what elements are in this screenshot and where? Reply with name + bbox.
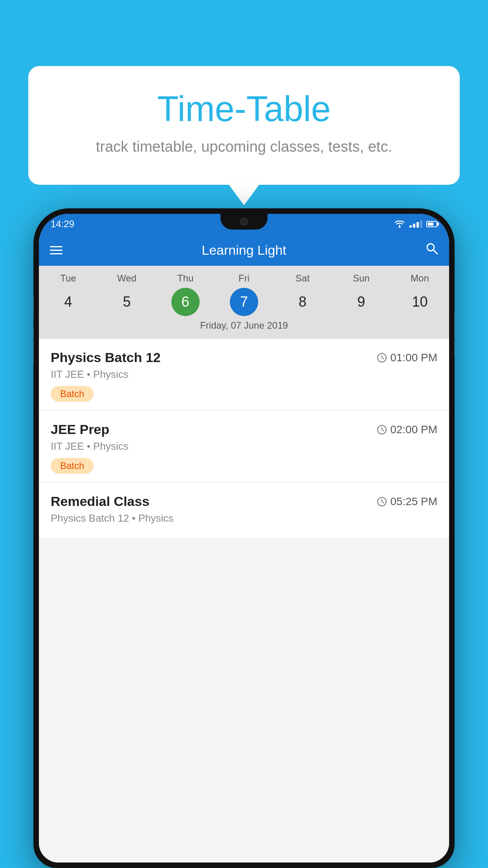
day-tue: Tue bbox=[39, 273, 97, 284]
svg-line-8 bbox=[382, 430, 384, 431]
date-8[interactable]: 8 bbox=[288, 288, 317, 316]
day-sat: Sat bbox=[273, 273, 332, 284]
schedule-list: Physics Batch 12 01:00 PM IIT JEE • Phys… bbox=[39, 339, 449, 862]
svg-point-0 bbox=[399, 226, 401, 228]
schedule-item-3-sub: Physics Batch 12 • Physics bbox=[51, 512, 437, 524]
phone-screen: 14:29 bbox=[39, 214, 449, 862]
clock-icon-2 bbox=[377, 425, 387, 435]
calendar-strip: Tue Wed Thu Fri Sat Sun Mon 4 5 6 7 8 9 … bbox=[39, 266, 449, 339]
schedule-item-2-header: JEE Prep 02:00 PM bbox=[51, 422, 437, 437]
app-title: Learning Light bbox=[72, 243, 416, 258]
clock-icon-3 bbox=[377, 497, 387, 507]
search-button[interactable] bbox=[426, 242, 438, 258]
schedule-item-3-header: Remedial Class 05:25 PM bbox=[51, 494, 437, 509]
phone-notch bbox=[220, 214, 268, 230]
date-9[interactable]: 9 bbox=[347, 288, 375, 316]
volume-up-button bbox=[33, 295, 34, 318]
schedule-item-1-header: Physics Batch 12 01:00 PM bbox=[51, 350, 437, 365]
signal-icon bbox=[409, 221, 422, 228]
status-time: 14:29 bbox=[51, 219, 74, 230]
power-button bbox=[454, 311, 455, 358]
clock-icon-1 bbox=[377, 353, 387, 363]
schedule-item-1-name: Physics Batch 12 bbox=[51, 350, 161, 365]
battery-icon bbox=[426, 221, 437, 227]
schedule-item-1-sub: IIT JEE • Physics bbox=[51, 368, 437, 381]
svg-line-11 bbox=[382, 502, 384, 503]
wifi-icon bbox=[394, 220, 405, 228]
day-sun: Sun bbox=[332, 273, 391, 284]
date-6-today[interactable]: 6 bbox=[171, 288, 200, 316]
date-7-selected[interactable]: 7 bbox=[230, 288, 258, 316]
camera bbox=[240, 218, 248, 226]
day-mon: Mon bbox=[391, 273, 449, 284]
svg-line-5 bbox=[382, 358, 384, 359]
bubble-subtitle: track timetable, upcoming classes, tests… bbox=[60, 136, 428, 157]
schedule-item-3-name: Remedial Class bbox=[51, 494, 149, 509]
date-5[interactable]: 5 bbox=[113, 288, 141, 316]
date-10[interactable]: 10 bbox=[405, 288, 434, 316]
menu-button[interactable] bbox=[50, 246, 62, 254]
volume-down-button bbox=[33, 326, 34, 366]
schedule-item-2-sub: IIT JEE • Physics bbox=[51, 440, 437, 452]
date-4[interactable]: 4 bbox=[54, 288, 83, 316]
day-fri: Fri bbox=[215, 273, 273, 284]
schedule-item-1[interactable]: Physics Batch 12 01:00 PM IIT JEE • Phys… bbox=[39, 339, 449, 411]
day-numbers: 4 5 6 7 8 9 10 bbox=[39, 288, 449, 316]
schedule-item-2-name: JEE Prep bbox=[51, 422, 109, 437]
schedule-item-2[interactable]: JEE Prep 02:00 PM IIT JEE • Physics Batc… bbox=[39, 411, 449, 483]
calendar-date-label: Friday, 07 June 2019 bbox=[39, 320, 449, 336]
schedule-item-2-time: 02:00 PM bbox=[377, 423, 437, 436]
day-headers: Tue Wed Thu Fri Sat Sun Mon bbox=[39, 273, 449, 284]
status-icons bbox=[394, 220, 437, 228]
batch-tag-1: Batch bbox=[51, 386, 94, 402]
app-toolbar: Learning Light bbox=[39, 234, 449, 266]
day-wed: Wed bbox=[97, 273, 156, 284]
svg-line-2 bbox=[433, 250, 437, 254]
batch-tag-2: Batch bbox=[51, 458, 94, 474]
schedule-item-3[interactable]: Remedial Class 05:25 PM Physics Batch 12… bbox=[39, 483, 449, 539]
phone-frame: 14:29 bbox=[33, 208, 455, 868]
info-bubble: Time-Table track timetable, upcoming cla… bbox=[28, 66, 460, 185]
schedule-item-1-time: 01:00 PM bbox=[377, 351, 437, 364]
day-thu: Thu bbox=[156, 273, 215, 284]
schedule-item-3-time: 05:25 PM bbox=[377, 495, 437, 508]
bubble-title: Time-Table bbox=[60, 90, 428, 129]
